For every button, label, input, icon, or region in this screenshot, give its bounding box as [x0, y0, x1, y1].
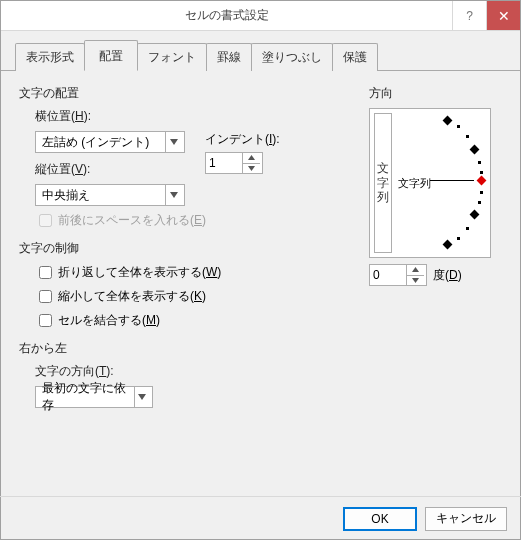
indent-input[interactable] [206, 153, 242, 173]
dial-dot [478, 201, 481, 204]
indent-spin-up[interactable] [243, 153, 260, 164]
tab-font[interactable]: フォント [137, 43, 207, 71]
shrink-fit-checkbox[interactable] [39, 290, 52, 303]
shrink-fit-label: 縮小して全体を表示する(K) [58, 288, 206, 305]
horizontal-select[interactable]: 左詰め (インデント) [35, 131, 185, 153]
cancel-button[interactable]: キャンセル [425, 507, 507, 531]
tab-number-format[interactable]: 表示形式 [15, 43, 85, 71]
degree-row: 度(D) [369, 264, 504, 286]
dial-dot [480, 191, 483, 194]
tab-bar: 表示形式 配置 フォント 罫線 塗りつぶし 保護 [1, 31, 520, 71]
tab-fill[interactable]: 塗りつぶし [251, 43, 333, 71]
vertical-select-value: 中央揃え [42, 187, 90, 204]
horizontal-label: 横位置(H): [35, 108, 91, 125]
vertical-label-row: 縦位置(V): [35, 161, 185, 178]
indent-label: インデント(I): [205, 132, 280, 146]
shrink-fit-check[interactable]: 縮小して全体を表示する(K) [35, 287, 359, 306]
justify-distributed-checkbox [39, 214, 52, 227]
vertical-select[interactable]: 中央揃え [35, 184, 185, 206]
justify-distributed-label: 前後にスペースを入れる(E) [58, 212, 206, 229]
text-direction-row: 文字の方向(T): [35, 363, 359, 380]
orientation-section: 方向 [369, 85, 504, 102]
merge-cells-check[interactable]: セルを結合する(M) [35, 311, 359, 330]
orientation-dial[interactable]: 文字列 [396, 113, 486, 253]
dial-diamond [470, 210, 480, 220]
chevron-down-icon [165, 132, 182, 152]
dial-diamond [470, 145, 480, 155]
text-control-section: 文字の制御 [19, 240, 359, 257]
window-title: セルの書式設定 [1, 7, 452, 24]
indent-spin-down[interactable] [243, 164, 260, 174]
dial-dot [457, 125, 460, 128]
merge-cells-checkbox[interactable] [39, 314, 52, 327]
orientation-vertical-button[interactable]: 文 字 列 [374, 113, 392, 253]
dial-dot [466, 227, 469, 230]
rtl-section: 右から左 [19, 340, 359, 357]
content-area: 文字の配置 横位置(H): 左詰め (インデント) 縦位置(V): 中央揃え [1, 71, 520, 408]
tab-border[interactable]: 罫線 [206, 43, 252, 71]
justify-distributed-check: 前後にスペースを入れる(E) [35, 211, 359, 230]
text-direction-select[interactable]: 最初の文字に依存 [35, 386, 153, 408]
degree-spin-down[interactable] [407, 276, 424, 286]
orientation-box[interactable]: 文 字 列 文字列 [369, 108, 491, 258]
titlebar-buttons: ? ✕ [452, 1, 520, 30]
vertical-label: 縦位置(V): [35, 161, 90, 178]
tab-alignment[interactable]: 配置 [84, 40, 138, 71]
text-alignment-section: 文字の配置 [19, 85, 359, 102]
indent-spinner[interactable] [205, 152, 263, 174]
degree-spinner[interactable] [369, 264, 427, 286]
dialog-footer: OK キャンセル [0, 496, 521, 540]
degree-spin-buttons [406, 265, 424, 285]
degree-input[interactable] [370, 265, 406, 285]
title-bar: セルの書式設定 ? ✕ [1, 1, 520, 31]
close-button[interactable]: ✕ [486, 1, 520, 30]
horizontal-select-value: 左詰め (インデント) [42, 134, 149, 151]
wrap-text-check[interactable]: 折り返して全体を表示する(W) [35, 263, 359, 282]
orientation-vertical-char2: 字 [377, 176, 389, 190]
dial-dot [478, 161, 481, 164]
degree-label: 度(D) [433, 267, 462, 284]
right-column: 方向 文 字 列 文字列 [359, 81, 504, 408]
orientation-dial-label: 文字列 [398, 176, 431, 191]
chevron-down-icon [134, 387, 150, 407]
dial-line [430, 180, 474, 181]
orientation-vertical-char3: 列 [377, 190, 389, 204]
tab-protection[interactable]: 保護 [332, 43, 378, 71]
ok-button[interactable]: OK [343, 507, 417, 531]
merge-cells-label: セルを結合する(M) [58, 312, 160, 329]
wrap-text-label: 折り返して全体を表示する(W) [58, 264, 221, 281]
dial-diamond-current [477, 176, 487, 186]
orientation-vertical-char1: 文 [377, 161, 389, 175]
dial-dot [457, 237, 460, 240]
degree-spin-up[interactable] [407, 265, 424, 276]
text-direction-value: 最初の文字に依存 [42, 380, 134, 414]
indent-spin-buttons [242, 153, 260, 173]
horizontal-row: 横位置(H): [35, 108, 359, 125]
text-direction-label: 文字の方向(T): [35, 363, 114, 380]
dial-diamond [443, 116, 453, 126]
help-button[interactable]: ? [452, 1, 486, 30]
dial-diamond [443, 240, 453, 250]
dial-dot [466, 135, 469, 138]
wrap-text-checkbox[interactable] [39, 266, 52, 279]
chevron-down-icon [165, 185, 182, 205]
dial-dot [480, 171, 483, 174]
left-column: 文字の配置 横位置(H): 左詰め (インデント) 縦位置(V): 中央揃え [19, 81, 359, 408]
